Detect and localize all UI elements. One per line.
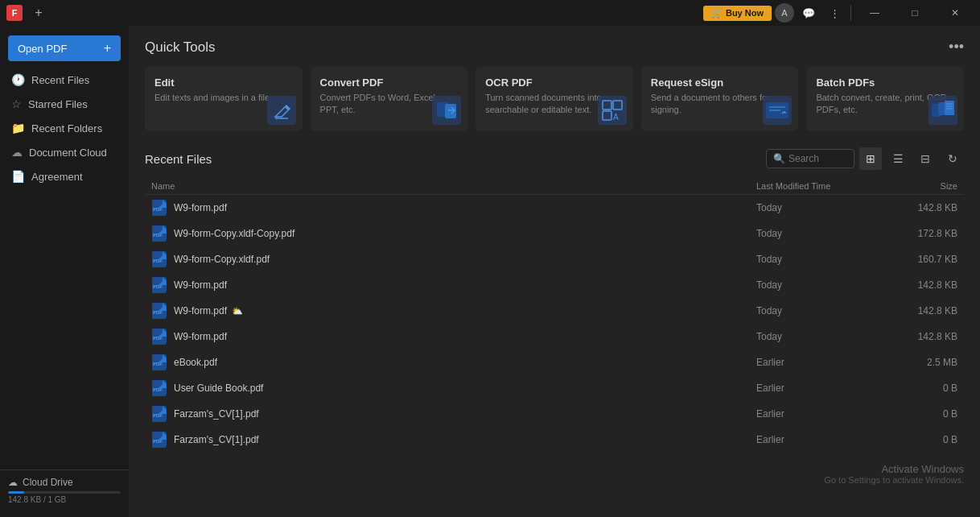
sidebar: Open PDF + 🕐 Recent Files ☆ Starred File…: [0, 26, 129, 517]
file-size: 0 B: [885, 408, 957, 420]
detail-view-button[interactable]: ⊟: [914, 147, 937, 170]
titlebar-left: F +: [6, 3, 48, 23]
svg-marker-46: [163, 406, 167, 410]
file-name: W9-form.pdf: [174, 279, 756, 291]
sidebar-item-recent-folders[interactable]: 📁 Recent Folders: [0, 116, 129, 140]
new-tab-button[interactable]: +: [29, 3, 48, 23]
open-pdf-button[interactable]: Open PDF +: [8, 35, 121, 61]
file-modified-date: Today: [756, 331, 885, 342]
cloud-icon: ☁: [11, 146, 23, 159]
file-name: W9-form-Copy.xldf.pdf: [174, 254, 756, 265]
more-options-button[interactable]: •••: [949, 39, 964, 56]
table-row[interactable]: PDF Farzam's_CV[1].pdf Earlier 0 B: [145, 401, 964, 427]
table-row[interactable]: PDF User Guide Book.pdf Earlier 0 B: [145, 375, 964, 401]
svg-text:A: A: [613, 113, 619, 122]
clock-icon: 🕐: [11, 73, 25, 86]
table-row[interactable]: PDF W9-form-Copy.xldf-Copy.pdf Today 172…: [145, 221, 964, 246]
table-row[interactable]: PDF W9-form.pdf ⛅ Today 142.8 KB: [145, 298, 964, 324]
svg-text:PDF: PDF: [153, 362, 163, 366]
file-name: Farzam's_CV[1].pdf: [174, 408, 756, 420]
quick-tools-container: Edit Edit texts and images in a file. Co…: [145, 67, 964, 131]
file-icon: PDF: [151, 303, 167, 319]
pdf-file-icon: PDF: [152, 354, 167, 370]
svg-marker-49: [163, 432, 167, 436]
file-name: W9-form-Copy.xldf-Copy.pdf: [174, 228, 756, 239]
avatar[interactable]: A: [775, 3, 794, 23]
maximize-button[interactable]: □: [896, 2, 933, 24]
table-row[interactable]: PDF Farzam's_CV[1].pdf Earlier 0 B: [145, 427, 964, 453]
tool-batch-name: Batch PDFs: [816, 77, 954, 89]
titlebar: F + 🛒 Buy Now A 💬 ⋮ — □ ✕: [0, 0, 980, 26]
grid-view-button[interactable]: ⊞: [859, 147, 882, 170]
sidebar-item-document-cloud[interactable]: ☁ Document Cloud: [0, 140, 129, 164]
file-size: 2.5 MB: [885, 357, 957, 368]
table-row[interactable]: PDF W9-form.pdf Today 142.8 KB: [145, 324, 964, 349]
sidebar-item-recent-files[interactable]: 🕐 Recent Files: [0, 68, 129, 92]
file-name: eBook.pdf: [174, 357, 756, 368]
file-icon: PDF: [151, 354, 167, 370]
file-size: 0 B: [885, 434, 957, 445]
svg-text:PDF: PDF: [153, 284, 163, 289]
cloud-drive-icon: ☁: [8, 477, 18, 488]
svg-text:PDF: PDF: [153, 207, 163, 212]
tool-convert-name: Convert PDF: [320, 77, 459, 89]
buy-now-button[interactable]: 🛒 Buy Now: [703, 6, 772, 21]
tool-edit-name: Edit: [154, 77, 293, 89]
tool-card-request-esign[interactable]: Request eSign Send a document to others …: [641, 67, 799, 131]
refresh-button[interactable]: ↻: [941, 147, 964, 170]
file-table-header: Name Last Modified Time Size: [145, 178, 964, 195]
table-row[interactable]: PDF W9-form.pdf Today 142.8 KB: [145, 195, 964, 221]
sidebar-bottom: ☁ Cloud Drive 142.8 KB / 1 GB: [0, 469, 129, 511]
search-icon: 🔍: [773, 153, 785, 164]
sidebar-item-starred-files[interactable]: ☆ Starred Files: [0, 92, 129, 116]
pdf-file-icon: PDF: [152, 406, 167, 422]
file-size: 160.7 KB: [885, 254, 957, 265]
table-row[interactable]: PDF W9-form.pdf Today 142.8 KB: [145, 272, 964, 298]
table-row[interactable]: PDF W9-form-Copy.xldf.pdf Today 160.7 KB: [145, 246, 964, 272]
app-logo: F: [6, 5, 23, 21]
file-size: 172.8 KB: [885, 228, 957, 239]
search-box[interactable]: 🔍: [766, 149, 854, 168]
svg-marker-25: [163, 225, 167, 230]
file-rows-container: PDF W9-form.pdf Today 142.8 KB PDF W9-fo…: [145, 195, 964, 453]
file-icon: PDF: [151, 432, 167, 448]
svg-marker-37: [163, 329, 167, 333]
svg-rect-5: [598, 96, 627, 125]
file-modified-date: Earlier: [756, 357, 885, 368]
cloud-drive-label: ☁ Cloud Drive: [8, 477, 121, 488]
file-modified-date: Today: [756, 228, 885, 239]
file-name: User Guide Book.pdf: [174, 383, 756, 394]
table-row[interactable]: PDF eBook.pdf Earlier 2.5 MB: [145, 349, 964, 375]
cloud-sync-icon: ⛅: [232, 306, 243, 316]
minimize-button[interactable]: —: [856, 2, 893, 24]
file-icon: PDF: [151, 251, 167, 267]
file-name: Farzam's_CV[1].pdf: [174, 434, 756, 445]
tool-card-batch-pdfs[interactable]: Batch PDFs Batch convert, create, print,…: [806, 67, 964, 131]
menu-icon[interactable]: ⋮: [823, 2, 846, 24]
chat-icon[interactable]: 💬: [797, 2, 820, 24]
file-modified-date: Today: [756, 202, 885, 213]
cart-icon: 🛒: [711, 8, 723, 19]
file-size: 142.8 KB: [885, 279, 957, 291]
sidebar-item-agreement[interactable]: 📄 Agreement: [0, 164, 129, 188]
svg-marker-31: [163, 277, 167, 281]
svg-text:PDF: PDF: [153, 387, 163, 392]
list-view-button[interactable]: ☰: [887, 147, 909, 170]
file-modified-date: Earlier: [756, 408, 885, 420]
pdf-file-icon: PDF: [152, 200, 167, 216]
svg-text:PDF: PDF: [153, 258, 163, 263]
tool-card-ocr-pdf[interactable]: OCR PDF Turn scanned documents into sear…: [476, 67, 633, 131]
svg-marker-40: [163, 354, 167, 358]
file-size: 142.8 KB: [885, 305, 957, 316]
tool-card-edit[interactable]: Edit Edit texts and images in a file.: [145, 67, 303, 131]
svg-rect-17: [945, 101, 954, 115]
close-button[interactable]: ✕: [937, 2, 974, 24]
search-input[interactable]: [789, 153, 853, 164]
storage-bar: [8, 491, 121, 494]
tool-card-convert-pdf[interactable]: Convert PDF Convert PDFs to Word, Excel,…: [311, 67, 468, 131]
svg-marker-28: [163, 251, 167, 255]
file-size: 142.8 KB: [885, 202, 957, 213]
file-size: 142.8 KB: [885, 331, 957, 342]
star-icon: ☆: [11, 97, 22, 110]
file-icon: PDF: [151, 380, 167, 396]
